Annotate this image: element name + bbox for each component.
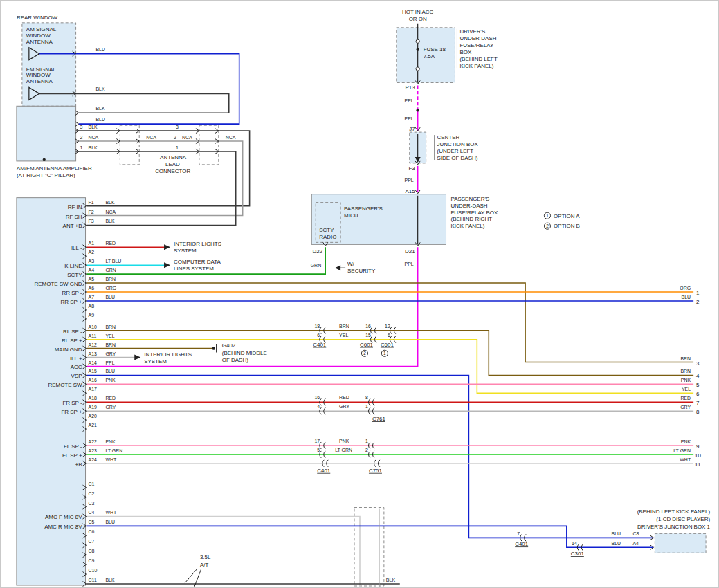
label: (BEHIND MIDDLE — [222, 350, 267, 356]
pin-function-label: REMOTE SW — [48, 382, 82, 388]
label: 1 — [546, 213, 549, 218]
label: UNDER-DASH — [450, 203, 487, 209]
label: BRN — [339, 324, 349, 329]
pin-id: C8 — [89, 549, 95, 553]
wire-color-label: NCA — [105, 210, 116, 214]
arrowhead — [164, 262, 170, 268]
label: 2 — [696, 299, 700, 305]
pin-id: A20 — [89, 414, 98, 419]
wire-color-label: GRN — [105, 268, 116, 273]
label: NCA — [182, 135, 192, 140]
label: ORG — [680, 286, 691, 291]
wire-color-label: PNK — [105, 378, 116, 383]
pin-id: A3 — [89, 259, 95, 264]
pin-id: C11 — [89, 578, 97, 582]
label: AM SIGNAL — [26, 26, 57, 33]
label: 3 — [696, 360, 700, 367]
connector-label: C401 — [313, 342, 327, 348]
pin-id: F1 — [89, 200, 94, 205]
amplifier-label: AM/FM ANTENNA AMPLIFIER — [17, 165, 92, 172]
pin-function-label: FR SP + — [61, 409, 82, 415]
wire-color-label: BLU — [105, 295, 115, 300]
c4-wht-mic — [87, 516, 360, 587]
label: F3 — [408, 165, 415, 172]
drivers-junction-box — [655, 533, 706, 553]
label: SYSTEM — [174, 248, 197, 254]
label: INTERIOR LIGHTS — [174, 241, 221, 247]
pin-id: C6 — [89, 529, 95, 534]
wire-color-label: BLU — [105, 369, 115, 374]
label: 6 — [696, 391, 700, 397]
label: 3 — [176, 125, 179, 129]
pin-id: A4 — [89, 268, 95, 273]
connector-label: C751 — [369, 468, 383, 474]
connector-label: C401 — [515, 541, 529, 547]
pin-id: C5 — [89, 520, 95, 524]
a15-blu-vsp — [87, 375, 654, 538]
junction-dot — [43, 158, 46, 161]
label: CENTER — [437, 134, 460, 140]
pin-id: A2 — [89, 250, 95, 255]
pin-function-label: ANT +B — [63, 223, 82, 229]
wire-color-label: BRN — [105, 342, 116, 347]
label: (AT RIGHT "C" PILLAR) — [17, 172, 75, 178]
pin-id: A18 — [89, 396, 98, 401]
wire-color-label: BLK — [105, 219, 115, 223]
label: BRN — [680, 369, 691, 374]
pin-id: A13 — [89, 351, 98, 356]
pin-id: C1 — [89, 481, 95, 486]
label: J7 — [409, 126, 415, 132]
pin-id: A23 — [89, 448, 98, 453]
label: PNK — [339, 439, 349, 443]
pin-id: F3 — [89, 219, 94, 223]
wire-color-label: BRN — [105, 324, 116, 329]
pin-function-label: ILL + — [70, 356, 82, 362]
label: A/T — [200, 562, 209, 568]
fuse-terminal — [416, 67, 419, 71]
label: RADIO — [319, 234, 336, 240]
label: C8 — [632, 531, 639, 536]
label: BLK — [95, 86, 105, 91]
pin-id: C2 — [89, 491, 95, 496]
label: 15 — [365, 333, 371, 338]
pin-function-label: FL SP + — [62, 452, 82, 459]
label: BLK — [386, 578, 396, 582]
label: FUSE/RELAY BOX — [450, 210, 498, 216]
pin-id: A10 — [89, 324, 98, 329]
rear-window-label: REAR WINDOW — [17, 15, 58, 21]
label: YEL — [682, 387, 691, 392]
label: GRY — [680, 405, 691, 410]
junction-dot — [416, 109, 419, 111]
wire-color-label: ORG — [105, 286, 116, 291]
label: OF DASH) — [222, 357, 248, 363]
pin-function-label: REMOTE SW GND — [35, 281, 82, 287]
label: 12 — [385, 324, 390, 329]
label: 1 — [383, 351, 386, 356]
label: 4 — [696, 373, 700, 379]
label: WINDOW — [26, 33, 51, 39]
label: 4 — [317, 404, 320, 409]
wire-color-label: PNK — [105, 439, 116, 444]
wire-color-label: GRY — [105, 351, 116, 356]
pin-id: A9 — [89, 313, 95, 318]
pin-function-label: AMC R MIC 8V — [44, 524, 82, 530]
label: ANTENNA — [26, 39, 53, 45]
label: PNK — [681, 378, 691, 383]
pin-function-label: FR SP - — [62, 400, 82, 406]
wire-color-label: GRY — [105, 405, 116, 410]
wiring-diagram: REAR WINDOWAM SIGNALWINDOWANTENNAFM SIGN… — [1, 1, 718, 587]
wire-color-label: BLU — [105, 520, 115, 524]
label: (BEHIND LEFT KICK PANEL) — [637, 509, 711, 515]
label: OPTION B — [554, 223, 580, 229]
pin-function-label: SCTY — [67, 272, 82, 278]
label: 7 — [517, 531, 520, 536]
junction-dot — [212, 347, 215, 349]
pin-function-label: RL SP - — [63, 329, 82, 335]
pin-id: A11 — [89, 333, 97, 338]
at-pointer-1 — [185, 569, 197, 583]
label: 3.5L — [200, 554, 211, 560]
label: 8 — [365, 395, 368, 400]
wire-color-label: WHT — [105, 510, 117, 515]
label: LT GRN — [673, 448, 691, 453]
pin-id: A24 — [89, 457, 98, 462]
